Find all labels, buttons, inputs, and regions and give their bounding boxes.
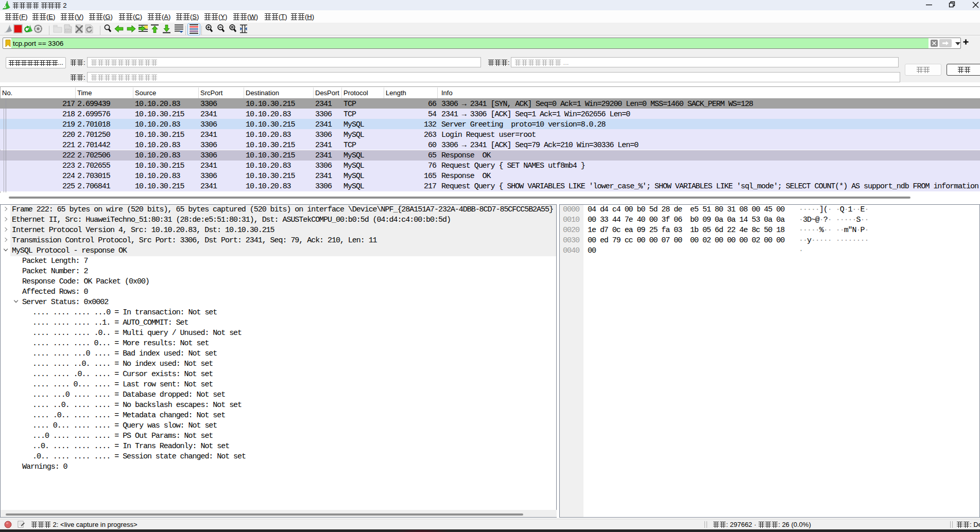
- svg-text:010: 010: [65, 29, 70, 32]
